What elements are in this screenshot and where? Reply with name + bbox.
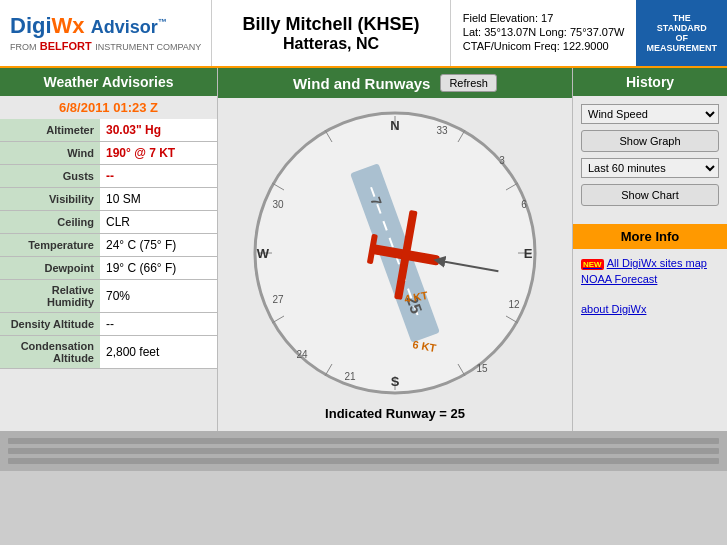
weather-table: Altimeter30.03" HgWind190° @ 7 KTGusts--… [0,119,217,369]
wx-label-7: Relative Humidity [0,280,100,313]
field-elevation: Field Elevation: 17 [463,12,625,24]
field-info: Field Elevation: 17 Lat: 35°13.07N Long:… [450,0,637,66]
wind-runways-title: Wind and Runways [293,75,430,92]
svg-text:21: 21 [344,371,356,382]
svg-text:27: 27 [272,294,284,305]
wx-value-2: -- [100,165,217,188]
main-layout: Weather Advisories 6/8/2011 01:23 Z Alti… [0,68,727,431]
compass-container: 25 7 [218,98,572,431]
svg-text:E: E [524,246,533,261]
wx-label-9: Condensation Altitude [0,336,100,369]
bottom-strips [0,431,727,471]
wx-value-0: 30.03" Hg [100,119,217,142]
wx-value-9: 2,800 feet [100,336,217,369]
wind-speed-dropdown[interactable]: Wind Speed Temperature Dewpoint Altimete… [581,104,719,124]
svg-text:12: 12 [508,299,520,310]
wx-value-6: 19° C (66° F) [100,257,217,280]
svg-text:W: W [257,246,270,261]
weather-date: 6/8/2011 01:23 Z [0,96,217,119]
svg-text:3: 3 [499,155,505,166]
new-badge: NEW [581,259,604,270]
svg-text:30: 30 [272,199,284,210]
more-info-content: NEWAll DigiWx sites map NOAA Forecast ab… [573,249,727,327]
wind-runways-header: Wind and Runways Refresh [218,68,572,98]
history-content: Wind Speed Temperature Dewpoint Altimete… [573,96,727,220]
strip-2 [8,448,719,454]
wx-value-1: 190° @ 7 KT [100,142,217,165]
wx-label-5: Temperature [0,234,100,257]
station-city: Hatteras, NC [283,35,379,53]
station-info: Billy Mitchell (KHSE) Hatteras, NC [212,0,449,66]
weather-panel: Weather Advisories 6/8/2011 01:23 Z Alti… [0,68,218,431]
header: DigiWx Advisor™ FROM BELFORT INSTRUMENT … [0,0,727,68]
svg-text:33: 33 [436,125,448,136]
svg-text:N: N [390,118,399,133]
about-digiwx-link[interactable]: about DigiWx [581,303,719,315]
show-chart-button[interactable]: Show Chart [581,184,719,206]
wx-label-4: Ceiling [0,211,100,234]
logo: DigiWx Advisor™ FROM BELFORT INSTRUMENT … [0,0,212,66]
right-panel: History Wind Speed Temperature Dewpoint … [572,68,727,431]
all-digiwx-sites-link[interactable]: NEWAll DigiWx sites map [581,257,719,269]
svg-text:6: 6 [521,199,527,210]
compass-wrap: 25 7 [250,108,540,398]
wx-value-3: 10 SM [100,188,217,211]
lat-lon: Lat: 35°13.07N Long: 75°37.07W [463,26,625,38]
time-range-dropdown[interactable]: Last 60 minutes Last 3 hours Last 6 hour… [581,158,719,178]
wx-value-5: 24° C (75° F) [100,234,217,257]
wx-label-0: Altimeter [0,119,100,142]
refresh-button[interactable]: Refresh [440,74,497,92]
history-title: History [573,68,727,96]
strip-3 [8,458,719,464]
wx-value-8: -- [100,313,217,336]
show-graph-button[interactable]: Show Graph [581,130,719,152]
wx-value-4: CLR [100,211,217,234]
indicated-runway: Indicated Runway = 25 [325,406,465,421]
strip-1 [8,438,719,444]
wx-label-1: Wind [0,142,100,165]
wind-runways-panel: Wind and Runways Refresh [218,68,572,431]
ctaf-freq: CTAF/Unicom Freq: 122.9000 [463,40,625,52]
station-name: Billy Mitchell (KHSE) [243,14,420,35]
svg-text:24: 24 [296,349,308,360]
svg-text:S: S [391,374,400,389]
wx-label-2: Gusts [0,165,100,188]
svg-text:15: 15 [476,363,488,374]
standard-badge: THE STANDARD OF MEASUREMENT [636,0,727,66]
noaa-forecast-link[interactable]: NOAA Forecast [581,273,719,285]
wx-label-3: Visibility [0,188,100,211]
more-info-title: More Info [573,224,727,249]
logo-text: DigiWx Advisor™ [10,13,201,39]
wx-value-7: 70% [100,280,217,313]
wx-label-8: Density Altitude [0,313,100,336]
compass-svg: 25 7 [250,108,540,398]
weather-title: Weather Advisories [0,68,217,96]
wx-label-6: Dewpoint [0,257,100,280]
